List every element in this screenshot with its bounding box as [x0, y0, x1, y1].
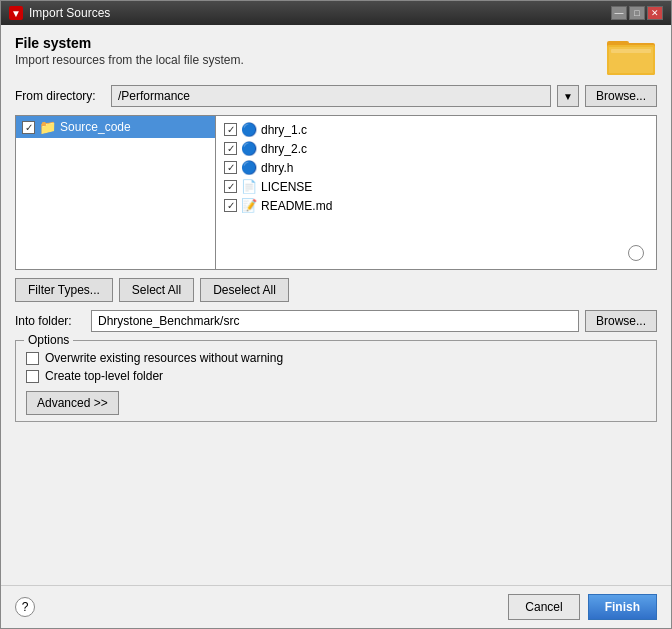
license-label: LICENSE — [261, 180, 312, 194]
title-bar-left: ▼ Import Sources — [9, 6, 110, 20]
right-pane: ✓ 🔵 dhry_1.c ✓ 🔵 dhry_2.c ✓ 🔵 dhry.h ✓ 📄 — [216, 116, 656, 269]
dhryh-checkbox[interactable]: ✓ — [224, 161, 237, 174]
tree-item-source-code[interactable]: ✓ 📁 Source_code — [16, 116, 215, 138]
readme-label: README.md — [261, 199, 332, 213]
action-buttons-row: Filter Types... Select All Deselect All — [15, 278, 657, 302]
dhryh-icon: 🔵 — [241, 160, 257, 175]
folder-icon — [607, 35, 657, 77]
header-section: File system Import resources from the lo… — [15, 35, 657, 77]
file-item-dhryh: ✓ 🔵 dhry.h — [220, 158, 652, 177]
into-folder-input[interactable] — [91, 310, 579, 332]
from-directory-row: From directory: ▼ Browse... — [15, 85, 657, 107]
file-browser: ✓ 📁 Source_code ✓ 🔵 dhry_1.c ✓ 🔵 dhry_2.… — [15, 115, 657, 270]
dialog-window: ▼ Import Sources — □ ✕ File system Impor… — [0, 0, 672, 629]
file-item-license: ✓ 📄 LICENSE — [220, 177, 652, 196]
folder-svg — [607, 35, 657, 77]
header-text: File system Import resources from the lo… — [15, 35, 244, 67]
from-dir-input[interactable] — [111, 85, 551, 107]
file-item-dhry2c: ✓ 🔵 dhry_2.c — [220, 139, 652, 158]
maximize-button[interactable]: □ — [629, 6, 645, 20]
select-all-button[interactable]: Select All — [119, 278, 194, 302]
license-icon: 📄 — [241, 179, 257, 194]
svg-rect-5 — [611, 49, 651, 53]
deselect-all-button[interactable]: Deselect All — [200, 278, 289, 302]
advanced-button[interactable]: Advanced >> — [26, 391, 119, 415]
title-bar: ▼ Import Sources — □ ✕ — [1, 1, 671, 25]
dhry2c-icon: 🔵 — [241, 141, 257, 156]
overwrite-option-row: Overwrite existing resources without war… — [26, 351, 646, 365]
create-folder-label: Create top-level folder — [45, 369, 163, 383]
cancel-button[interactable]: Cancel — [508, 594, 579, 620]
app-icon: ▼ — [9, 6, 23, 20]
minimize-button[interactable]: — — [611, 6, 627, 20]
dhry2c-checkbox[interactable]: ✓ — [224, 142, 237, 155]
create-folder-option-row: Create top-level folder — [26, 369, 646, 383]
license-checkbox[interactable]: ✓ — [224, 180, 237, 193]
overwrite-checkbox[interactable] — [26, 352, 39, 365]
dialog-title: Import Sources — [29, 6, 110, 20]
dialog-content: File system Import resources from the lo… — [1, 25, 671, 585]
overwrite-label: Overwrite existing resources without war… — [45, 351, 283, 365]
source-code-label: Source_code — [60, 120, 131, 134]
from-dir-label: From directory: — [15, 89, 105, 103]
filter-types-button[interactable]: Filter Types... — [15, 278, 113, 302]
section-description: Import resources from the local file sys… — [15, 53, 244, 67]
dhry1c-checkbox[interactable]: ✓ — [224, 123, 237, 136]
dhry2c-label: dhry_2.c — [261, 142, 307, 156]
help-button[interactable]: ? — [15, 597, 35, 617]
options-group: Options Overwrite existing resources wit… — [15, 340, 657, 422]
close-button[interactable]: ✕ — [647, 6, 663, 20]
options-legend: Options — [24, 333, 73, 347]
finish-button[interactable]: Finish — [588, 594, 657, 620]
dhry1c-icon: 🔵 — [241, 122, 257, 137]
file-item-readme: ✓ 📝 README.md — [220, 196, 652, 215]
folder-icon-small: 📁 — [39, 119, 56, 135]
into-folder-label: Into folder: — [15, 314, 85, 328]
left-pane: ✓ 📁 Source_code — [16, 116, 216, 269]
directory-browse-button[interactable]: Browse... — [585, 85, 657, 107]
title-bar-controls: — □ ✕ — [611, 6, 663, 20]
file-item-dhry1c: ✓ 🔵 dhry_1.c — [220, 120, 652, 139]
section-heading: File system — [15, 35, 244, 51]
directory-dropdown-button[interactable]: ▼ — [557, 85, 579, 107]
readme-checkbox[interactable]: ✓ — [224, 199, 237, 212]
footer-buttons: Cancel Finish — [508, 594, 657, 620]
readme-icon: 📝 — [241, 198, 257, 213]
dhry1c-label: dhry_1.c — [261, 123, 307, 137]
create-folder-checkbox[interactable] — [26, 370, 39, 383]
source-code-checkbox[interactable]: ✓ — [22, 121, 35, 134]
folder-browse-button[interactable]: Browse... — [585, 310, 657, 332]
dhryh-label: dhry.h — [261, 161, 293, 175]
dialog-footer: ? Cancel Finish — [1, 585, 671, 628]
radio-placeholder — [628, 245, 644, 261]
into-folder-row: Into folder: Browse... — [15, 310, 657, 332]
